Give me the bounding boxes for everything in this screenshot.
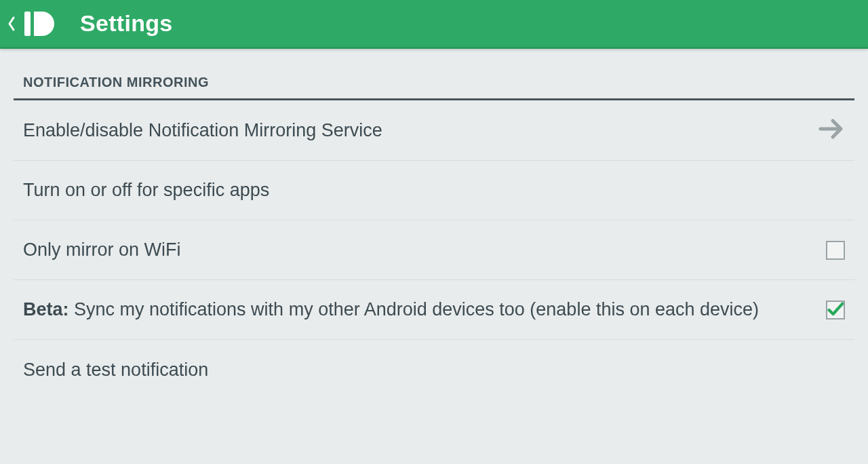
row-beta-sync[interactable]: Beta: Sync my notifications with my othe… [14,280,854,340]
beta-text: Sync my notifications with my other Andr… [69,299,760,320]
row-specific-apps[interactable]: Turn on or off for specific apps [14,161,854,220]
row-label: Enable/disable Notification Mirroring Se… [23,118,382,142]
row-label: Send a test notification [23,357,208,382]
page-title: Settings [80,10,173,37]
row-label: Beta: Sync my notifications with my othe… [23,297,759,322]
checkbox-mirror-wifi[interactable] [826,241,845,260]
back-chevron-icon [7,14,16,34]
row-enable-disable-mirroring[interactable]: Enable/disable Notification Mirroring Se… [14,100,854,161]
svg-rect-0 [24,12,31,36]
settings-content: NOTIFICATION MIRRORING Enable/disable No… [0,49,868,400]
app-header: Settings [0,0,868,49]
row-label: Only mirror on WiFi [23,237,181,262]
pushbullet-logo-icon [20,10,58,37]
checkbox-beta-sync[interactable] [826,301,845,320]
beta-prefix: Beta: [23,299,69,320]
chevron-right-icon [818,115,845,145]
back-button[interactable] [5,6,60,41]
section-header-notification-mirroring: NOTIFICATION MIRRORING [14,65,854,100]
row-label: Turn on or off for specific apps [23,178,269,202]
row-send-test-notification[interactable]: Send a test notification [14,340,854,400]
row-mirror-wifi[interactable]: Only mirror on WiFi [14,220,854,280]
